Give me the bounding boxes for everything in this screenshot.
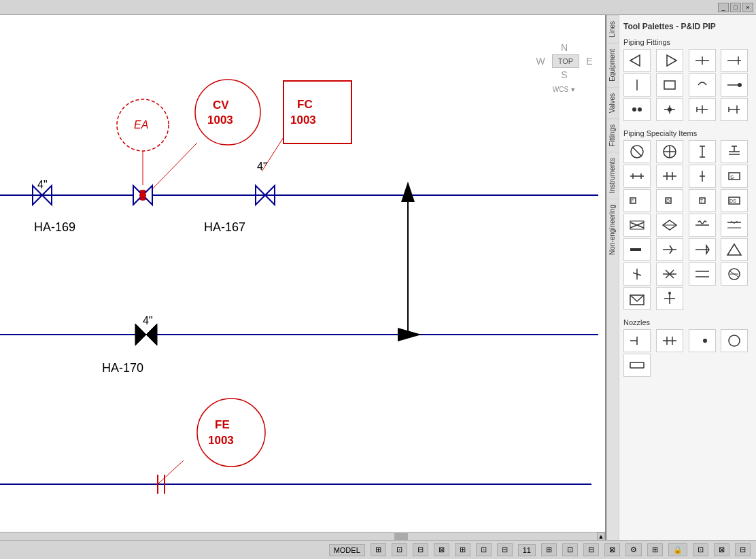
fitting-item-12[interactable] (721, 98, 748, 121)
fitting-item-8[interactable] (721, 73, 748, 97)
specialty-item-8[interactable]: S (721, 165, 748, 188)
fitting-item-4[interactable] (721, 49, 748, 72)
specialty-item-3[interactable] (689, 140, 716, 163)
svg-text:HA-169: HA-169 (34, 220, 75, 234)
specialty-item-5[interactable] (623, 165, 651, 188)
specialty-item-23[interactable] (689, 262, 716, 286)
nozzle-item-1[interactable] (623, 329, 651, 352)
svg-text:1003: 1003 (208, 434, 234, 447)
specialty-item-15[interactable] (689, 214, 716, 237)
nozzle-item-2[interactable] (656, 329, 683, 352)
status-btn-5[interactable]: ⊞ (455, 543, 470, 556)
svg-line-101 (670, 250, 672, 254)
specialty-item-17[interactable] (623, 238, 651, 261)
specialty-item-21[interactable] (623, 262, 651, 286)
specialty-item-4[interactable] (721, 140, 748, 163)
fitting-item-7[interactable] (689, 73, 716, 97)
svg-text:EA: EA (134, 119, 148, 131)
fitting-item-11[interactable] (689, 98, 716, 121)
top-bar: _ □ × (0, 0, 756, 15)
specialty-item-19[interactable] (689, 238, 716, 261)
specialty-item-12[interactable]: DS (721, 189, 748, 212)
specialty-item-20[interactable] (721, 238, 748, 261)
svg-text:FE: FE (215, 418, 230, 431)
svg-point-118 (668, 292, 671, 294)
svg-marker-5 (398, 328, 422, 341)
minimize-button[interactable]: _ (718, 3, 729, 12)
fitting-item-5[interactable] (623, 73, 651, 97)
page-number: 11 (518, 544, 536, 556)
specialty-item-26[interactable] (656, 287, 683, 310)
fitting-item-1[interactable] (623, 49, 651, 72)
status-btn-9[interactable]: ⊡ (562, 543, 578, 556)
specialty-item-18[interactable] (656, 238, 683, 261)
specialty-item-2[interactable] (656, 140, 683, 163)
specialty-item-9[interactable]: F (623, 189, 651, 212)
svg-text:1003: 1003 (207, 114, 233, 126)
horizontal-scrollbar[interactable]: ▲ (0, 532, 605, 540)
svg-text:D: D (666, 199, 670, 203)
nozzle-item-5[interactable] (623, 354, 651, 377)
piping-specialty-grid: S F D T DS (623, 140, 752, 310)
specialty-item-1[interactable] (623, 140, 651, 163)
specialty-item-24[interactable] (721, 262, 748, 286)
specialty-item-11[interactable]: T (689, 189, 716, 212)
tab-lines[interactable]: Lines (607, 15, 619, 43)
svg-point-48 (738, 83, 742, 87)
tab-non-engineering[interactable]: Non-engineering (607, 199, 619, 260)
svg-point-124 (703, 339, 707, 343)
svg-text:4": 4" (143, 315, 153, 326)
status-btn-10[interactable]: ⊟ (583, 543, 599, 556)
nozzles-title: Nozzles (623, 316, 752, 329)
fitting-item-10[interactable] (656, 98, 683, 121)
tab-instruments[interactable]: Instruments (607, 152, 619, 199)
nozzle-item-3[interactable] (689, 329, 716, 352)
status-btn-2[interactable]: ⊡ (392, 543, 407, 556)
svg-line-38 (158, 460, 184, 484)
status-btn-4[interactable]: ⊠ (434, 543, 449, 556)
canvas-area[interactable]: N W TOP E S WCS ▼ (0, 15, 606, 540)
piping-fittings-title: Piping Fittings (623, 35, 752, 49)
fitting-item-2[interactable] (656, 49, 683, 72)
status-btn-7[interactable]: ⊟ (497, 543, 513, 556)
fitting-item-6[interactable] (656, 73, 683, 97)
tab-equipment[interactable]: Equipment (607, 43, 619, 87)
specialty-item-6[interactable] (656, 165, 683, 188)
svg-line-30 (153, 143, 197, 188)
palette-tabs: Lines Equipment Valves Fittings Instrume… (607, 15, 619, 540)
svg-text:1003: 1003 (290, 114, 316, 126)
specialty-item-13[interactable] (623, 214, 651, 237)
specialty-item-10[interactable]: D (656, 189, 683, 212)
status-btn-8[interactable]: ⊞ (541, 543, 557, 556)
scroll-thumb-horizontal[interactable] (394, 533, 408, 540)
status-btn-1[interactable]: ⊞ (371, 543, 386, 556)
svg-text:HA-170: HA-170 (102, 361, 143, 375)
specialty-item-25[interactable] (623, 287, 651, 310)
svg-point-50 (638, 107, 642, 112)
status-btn-12[interactable]: ⚙ (625, 543, 642, 556)
valve-ha167 (252, 186, 279, 205)
svg-marker-104 (727, 244, 741, 255)
status-btn-6[interactable]: ⊡ (476, 543, 492, 556)
scroll-arrow-right[interactable]: ▲ (597, 532, 605, 540)
close-button[interactable]: × (742, 3, 753, 12)
status-btn-14[interactable]: 🔒 (668, 543, 687, 556)
status-btn-16[interactable]: ⊠ (714, 543, 729, 556)
tab-valves[interactable]: Valves (607, 87, 619, 118)
status-btn-15[interactable]: ⊡ (693, 543, 708, 556)
status-btn-11[interactable]: ⊠ (604, 543, 620, 556)
specialty-item-22[interactable] (656, 262, 683, 286)
model-tab[interactable]: MODEL (329, 544, 365, 556)
tab-fittings[interactable]: Fittings (607, 118, 619, 152)
svg-marker-21 (135, 324, 157, 345)
maximize-button[interactable]: □ (730, 3, 741, 12)
specialty-item-7[interactable] (689, 165, 716, 188)
nozzle-item-4[interactable] (721, 329, 748, 352)
specialty-item-14[interactable] (656, 214, 683, 237)
fitting-item-3[interactable] (689, 49, 716, 72)
specialty-item-16[interactable] (721, 214, 748, 237)
status-btn-13[interactable]: ⊞ (647, 543, 663, 556)
status-btn-17[interactable]: ⊟ (735, 543, 751, 556)
status-btn-3[interactable]: ⊟ (413, 543, 428, 556)
fitting-item-9[interactable] (623, 98, 651, 121)
